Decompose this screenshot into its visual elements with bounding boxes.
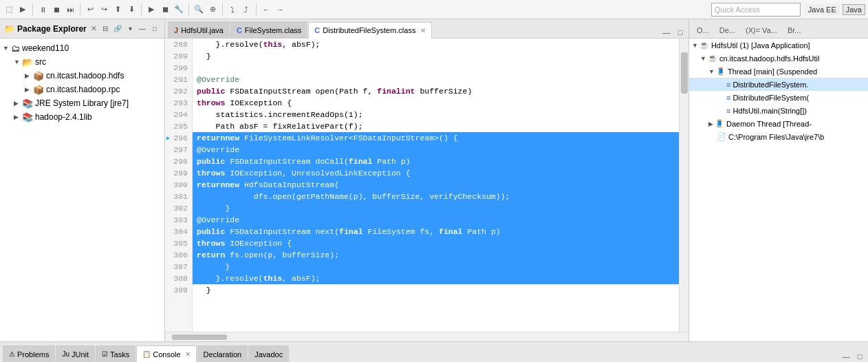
- line-306: 306: [165, 249, 188, 261]
- tree-item-hadoop[interactable]: ▶ 📚 hadoop-2.4.1lib: [0, 110, 164, 124]
- tab-tasks[interactable]: ☑ Tasks: [96, 345, 135, 362]
- package-explorer-tree: ▼ 🗂 weekend110 ▼ 📂 src ▶ 📦 cn.itcast.had…: [0, 39, 164, 341]
- code-line-295: Path absF = fixRelativePart(f);: [193, 120, 679, 132]
- toolbar-btn-15[interactable]: ⤵: [226, 3, 239, 16]
- panel-maximize-btn[interactable]: □: [149, 23, 160, 34]
- horizontal-scrollbar[interactable]: [165, 332, 688, 341]
- scroll-thumb-v[interactable]: [681, 52, 688, 94]
- editor-minimize-btn[interactable]: —: [661, 27, 672, 38]
- line-numbers: 288 289 290 291 292 293 294 295 296 297 …: [165, 39, 193, 332]
- debug-item-main[interactable]: ≡ HdfsUtil.main(String[]): [689, 104, 868, 117]
- toolbar-btn-8[interactable]: ⬆: [111, 3, 124, 16]
- toolbar-btn-11[interactable]: ◼: [159, 3, 171, 16]
- tab-variables[interactable]: (X)= Va...: [741, 23, 782, 38]
- right-panel: O... De... (X)= Va... Br... ▼ ☕ HdfsUtil…: [689, 19, 868, 341]
- debug-item-thread-main[interactable]: ▼ 🧵 Thread [main] (Suspended: [689, 65, 868, 78]
- editor-maximize-btn[interactable]: □: [675, 27, 686, 38]
- tab-label-hdfsutil: HdfsUtil.java: [181, 26, 224, 34]
- toolbar-btn-12[interactable]: 🔧: [173, 3, 185, 16]
- toolbar-btn-10[interactable]: ▶: [145, 3, 158, 16]
- line-304: 304: [165, 226, 188, 237]
- line-294: 294: [165, 109, 188, 120]
- toolbar-btn-17[interactable]: ←: [260, 3, 272, 16]
- quick-access-box[interactable]: Quick Access: [711, 3, 801, 17]
- tab-close-console[interactable]: ✕: [185, 350, 191, 358]
- toolbar-btn-14[interactable]: ⊕: [206, 3, 219, 16]
- tab-label-tasks: Tasks: [110, 350, 129, 359]
- toolbar-btn-3[interactable]: ⏸: [36, 3, 49, 16]
- tree-label-src: src: [35, 57, 46, 67]
- toolbar-btn-5[interactable]: ⏭: [64, 3, 76, 16]
- debug-item-dfs2[interactable]: ≡ DistributedFileSystem(: [689, 91, 868, 104]
- tab-close-distributedfs[interactable]: ✕: [420, 27, 426, 34]
- tab-problems[interactable]: ⚠ Problems: [3, 345, 55, 362]
- panel-header-actions: ⊟ 🔗 ▾ — □: [100, 23, 160, 34]
- tree-item-rpc[interactable]: ▶ 📦 cn.itcast.hadoop.rpc: [0, 83, 164, 96]
- line-301: 301: [165, 191, 188, 202]
- debug-label-5: HdfsUtil.main(String[]): [733, 107, 807, 115]
- bottom-minimize-btn[interactable]: —: [840, 351, 851, 362]
- tab-hdfsutil[interactable]: J HdfsUtil.java: [168, 21, 230, 38]
- debug-item-daemon[interactable]: ▶ 🧵 Daemon Thread [Thread-: [689, 117, 868, 130]
- line-302: 302: [165, 202, 188, 214]
- code-line-308: }.resolve(this, absF);: [193, 273, 679, 284]
- tab-breakpoints[interactable]: Br...: [783, 23, 806, 38]
- perspective-java-ee-btn[interactable]: Java EE: [805, 4, 840, 15]
- tree-item-hdfs[interactable]: ▶ 📦 cn.itcast.hadoop.hdfs: [0, 69, 164, 83]
- tab-filesystem[interactable]: C FileSystem.class: [230, 21, 307, 38]
- perspective-java-btn[interactable]: Java: [843, 4, 865, 15]
- scroll-thumb-h[interactable]: [172, 334, 227, 340]
- code-area[interactable]: }.resolve(this, absF); } @Override publi…: [193, 39, 679, 332]
- lib-icon: 📚: [22, 112, 33, 123]
- tab-label-declaration: Declaration: [204, 350, 242, 359]
- tree-item-jre[interactable]: ▶ 📚 JRE System Library [jre7]: [0, 96, 164, 110]
- editor-tabs: J HdfsUtil.java C FileSystem.class C Dis…: [165, 19, 688, 39]
- code-line-292: public FSDataInputStream open(Path f, fi…: [193, 85, 679, 97]
- toolbar-sep-5: [222, 3, 223, 16]
- tree-item-weekend110[interactable]: ▼ 🗂 weekend110: [0, 41, 164, 55]
- tab-outline[interactable]: O...: [692, 23, 714, 38]
- tree-label-rpc: cn.itcast.hadoop.rpc: [46, 85, 120, 94]
- tab-icon-problems: ⚠: [9, 350, 15, 358]
- tree-label-weekend110: weekend110: [22, 43, 69, 53]
- code-line-294: statistics.incrementReadOps(1);: [193, 109, 679, 120]
- line-309: 309: [165, 284, 188, 296]
- toolbar-btn-18[interactable]: →: [274, 3, 286, 16]
- toolbar-btn-13[interactable]: 🔍: [193, 3, 205, 16]
- toolbar-btn-4[interactable]: ⏹: [50, 3, 63, 16]
- debug-item-hdfsutil-app[interactable]: ▼ ☕ HdfsUtil (1) [Java Application]: [689, 39, 868, 52]
- code-line-296: return new FileSystemLinkResolver<FSData…: [193, 132, 679, 144]
- toolbar-btn-16[interactable]: ⤴: [240, 3, 252, 16]
- vertical-scrollbar[interactable]: [679, 39, 688, 332]
- link-editor-btn[interactable]: 🔗: [112, 23, 123, 34]
- debug-item-jre-path[interactable]: 📄 C:\Program Files\Java\jre7\b: [689, 130, 868, 143]
- tab-distributedfs[interactable]: C DistributedFileSystem.class ✕: [308, 22, 432, 39]
- tab-label-outline: O...: [697, 26, 709, 34]
- debug-icon-3: ≡: [726, 81, 730, 89]
- tree-item-src[interactable]: ▼ 📂 src: [0, 55, 164, 69]
- code-line-304: public FSDataInputStream next(final File…: [193, 226, 679, 237]
- collapse-all-btn[interactable]: ⊟: [100, 23, 111, 34]
- panel-menu-btn[interactable]: ▾: [124, 23, 135, 34]
- debug-item-dfs1[interactable]: ≡ DistributedFileSystem.: [689, 78, 868, 91]
- tab-declaration[interactable]: Declaration: [197, 345, 248, 362]
- tree-label-hadoop: hadoop-2.4.1lib: [35, 112, 92, 122]
- bottom-maximize-btn[interactable]: □: [854, 351, 865, 362]
- toolbar-btn-2[interactable]: ▶: [17, 3, 29, 16]
- tree-arrow-rpc: ▶: [25, 86, 33, 93]
- toolbar-btn-1[interactable]: ⬚: [3, 3, 15, 16]
- code-line-309: }: [193, 284, 679, 296]
- debug-item-class[interactable]: ▼ ☕ cn.itcast.hadoop.hdfs.HdfsUtil: [689, 52, 868, 65]
- toolbar-btn-7[interactable]: ↪: [98, 3, 110, 16]
- toolbar-btn-6[interactable]: ↩: [84, 3, 96, 16]
- panel-minimize-btn[interactable]: —: [137, 23, 148, 34]
- line-290: 290: [165, 62, 188, 74]
- tab-icon-filesystem: C: [237, 26, 242, 34]
- tab-javadoc[interactable]: Javadoc: [248, 345, 289, 362]
- tab-console[interactable]: 📋 Console ✕: [136, 345, 196, 362]
- tab-junit[interactable]: Ju JUnit: [56, 345, 95, 362]
- toolbar-btn-9[interactable]: ⬇: [125, 3, 138, 16]
- tab-debug[interactable]: De...: [715, 23, 740, 38]
- code-line-289: }: [193, 50, 679, 62]
- quick-access-label: Quick Access: [715, 6, 760, 14]
